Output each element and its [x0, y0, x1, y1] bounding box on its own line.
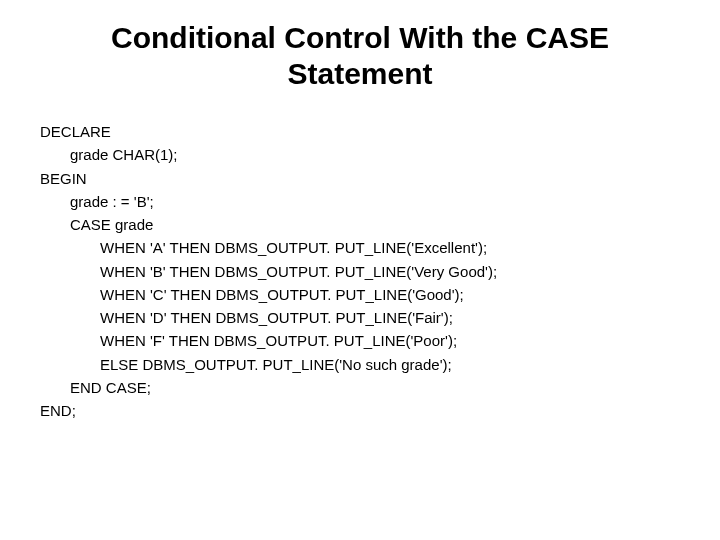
slide-title: Conditional Control With the CASE Statem…: [40, 20, 680, 92]
code-line: WHEN 'F' THEN DBMS_OUTPUT. PUT_LINE('Poo…: [40, 329, 680, 352]
code-line: WHEN 'C' THEN DBMS_OUTPUT. PUT_LINE('Goo…: [40, 283, 680, 306]
code-line: BEGIN: [40, 167, 680, 190]
code-line: END CASE;: [40, 376, 680, 399]
code-line: CASE grade: [40, 213, 680, 236]
code-line: ELSE DBMS_OUTPUT. PUT_LINE('No such grad…: [40, 353, 680, 376]
slide: Conditional Control With the CASE Statem…: [0, 0, 720, 540]
code-line: END;: [40, 399, 680, 422]
code-line: grade CHAR(1);: [40, 143, 680, 166]
code-block: DECLARE grade CHAR(1); BEGIN grade : = '…: [40, 120, 680, 422]
code-line: DECLARE: [40, 120, 680, 143]
code-line: WHEN 'D' THEN DBMS_OUTPUT. PUT_LINE('Fai…: [40, 306, 680, 329]
code-line: WHEN 'A' THEN DBMS_OUTPUT. PUT_LINE('Exc…: [40, 236, 680, 259]
code-line: grade : = 'B';: [40, 190, 680, 213]
code-line: WHEN 'B' THEN DBMS_OUTPUT. PUT_LINE('Ver…: [40, 260, 680, 283]
